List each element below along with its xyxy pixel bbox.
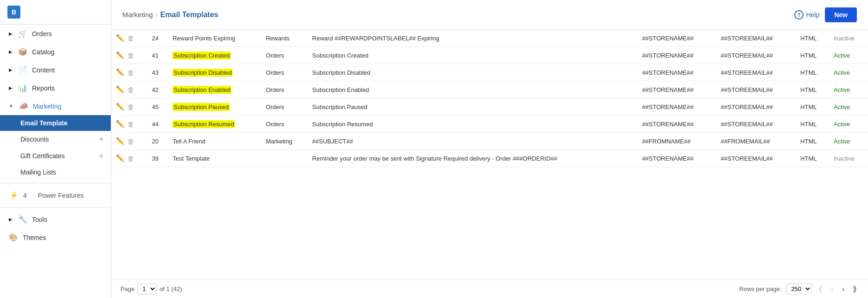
row-category: Orders bbox=[261, 116, 308, 133]
row-from-name: ##FROMNAME## bbox=[637, 133, 716, 150]
row-id: 20 bbox=[147, 133, 168, 150]
email-templates-table: ✏️ 🗑 24 Reward Points Expiring Rewards R… bbox=[111, 30, 868, 167]
sidebar-item-reports[interactable]: ▶ 📊 Reports bbox=[0, 79, 111, 97]
expand-icon: ▶ bbox=[9, 85, 13, 91]
delete-icon[interactable]: 🗑 bbox=[127, 52, 134, 59]
row-category: Marketing bbox=[261, 133, 308, 150]
row-name[interactable]: Subscription Disabled bbox=[168, 64, 261, 81]
delete-icon[interactable]: 🗑 bbox=[127, 137, 134, 145]
row-category: Orders bbox=[261, 64, 308, 81]
expand-icon: ▶ bbox=[9, 67, 13, 72]
row-name[interactable]: Subscription Enabled bbox=[168, 81, 261, 98]
prev-page-button[interactable]: ‹ bbox=[829, 284, 835, 294]
edit-icon[interactable]: ✏️ bbox=[116, 51, 125, 59]
table-row: ✏️ 🗑 44 Subscription Resumed Orders Subs… bbox=[111, 116, 868, 133]
breadcrumb-parent[interactable]: Marketing bbox=[122, 11, 153, 19]
row-status: Active bbox=[829, 98, 868, 116]
help-icon: ? bbox=[794, 10, 804, 19]
row-category: Rewards bbox=[261, 30, 308, 47]
delete-icon[interactable]: 🗑 bbox=[127, 103, 134, 111]
row-name[interactable]: Subscription Created bbox=[168, 47, 261, 64]
table-row: ✏️ 🗑 39 Test Template Reminder your orde… bbox=[111, 150, 868, 167]
edit-icon[interactable]: ✏️ bbox=[116, 103, 125, 111]
header: Marketing › Email Templates ? Help New bbox=[111, 0, 868, 30]
sidebar-item-discounts-label: Discounts bbox=[20, 136, 49, 143]
sidebar-item-discounts[interactable]: Discounts + bbox=[0, 131, 111, 148]
sidebar-item-mailing-lists[interactable]: Mailing Lists bbox=[0, 164, 111, 180]
edit-icon[interactable]: ✏️ bbox=[116, 85, 125, 94]
sidebar-item-content-label: Content bbox=[32, 66, 55, 74]
edit-icon[interactable]: ✏️ bbox=[116, 68, 125, 77]
row-category: Orders bbox=[261, 81, 308, 98]
row-id: 45 bbox=[147, 98, 168, 116]
next-page-button[interactable]: › bbox=[840, 284, 846, 294]
row-subject: Reward ##REWARDPOINTSLABEL## Expiring bbox=[308, 30, 638, 47]
row-from-name: ##STORENAME## bbox=[637, 150, 716, 167]
row-from-name: ##STORENAME## bbox=[637, 98, 716, 116]
row-actions: ✏️ 🗑 bbox=[111, 81, 147, 98]
sidebar-item-reports-label: Reports bbox=[32, 84, 55, 92]
page-of-label: of 1 (42) bbox=[159, 285, 182, 292]
help-button[interactable]: ? Help bbox=[794, 10, 819, 19]
edit-icon[interactable]: ✏️ bbox=[116, 137, 125, 145]
sidebar-item-email-template-label: Email Template bbox=[20, 119, 68, 127]
row-from-name: ##STORENAME## bbox=[637, 64, 716, 81]
edit-icon[interactable]: ✏️ bbox=[116, 154, 125, 162]
row-status: Inactive bbox=[829, 30, 868, 47]
delete-icon[interactable]: 🗑 bbox=[127, 155, 134, 162]
first-page-button[interactable]: ⟪ bbox=[817, 284, 824, 294]
sidebar-item-catalog[interactable]: ▶ 📦 Catalog bbox=[0, 43, 111, 61]
sidebar-item-marketing[interactable]: ▼ 📣 Marketing bbox=[0, 97, 111, 115]
row-subject: Subscription Resumed bbox=[308, 116, 638, 133]
row-name[interactable]: Tell A Friend bbox=[168, 133, 261, 150]
row-format: HTML bbox=[796, 81, 829, 98]
delete-icon[interactable]: 🗑 bbox=[127, 120, 134, 128]
delete-icon[interactable]: 🗑 bbox=[127, 34, 134, 42]
page-select[interactable]: 1 bbox=[137, 284, 157, 294]
edit-icon[interactable]: ✏️ bbox=[116, 120, 125, 128]
row-from-email: ##STOREEMAIL## bbox=[716, 30, 796, 47]
breadcrumb-current: Email Templates bbox=[160, 11, 218, 19]
edit-icon[interactable]: ✏️ bbox=[116, 34, 125, 42]
new-button[interactable]: New bbox=[825, 7, 857, 22]
row-name[interactable]: Test Template bbox=[168, 150, 261, 167]
row-from-name: ##STORENAME## bbox=[637, 116, 716, 133]
sidebar-item-orders[interactable]: ▶ 🛒 Orders bbox=[0, 25, 111, 43]
row-from-email: ##FROMEMAIL## bbox=[716, 133, 796, 150]
table-row: ✏️ 🗑 41 Subscription Created Orders Subs… bbox=[111, 47, 868, 64]
row-format: HTML bbox=[796, 98, 829, 116]
sidebar-item-email-template[interactable]: Email Template bbox=[0, 115, 111, 131]
table-row: ✏️ 🗑 42 Subscription Enabled Orders Subs… bbox=[111, 81, 868, 98]
row-id: 41 bbox=[147, 47, 168, 64]
sidebar-power-label: Power Features bbox=[38, 192, 84, 199]
row-from-email: ##STOREEMAIL## bbox=[716, 116, 796, 133]
delete-icon[interactable]: 🗑 bbox=[127, 69, 134, 77]
plus-icon[interactable]: + bbox=[99, 152, 103, 160]
row-name[interactable]: Reward Points Expiring bbox=[168, 30, 261, 47]
row-name[interactable]: Subscription Resumed bbox=[168, 116, 261, 133]
sidebar-item-tools[interactable]: ▶ 🔧 Tools bbox=[0, 210, 111, 228]
delete-icon[interactable]: 🗑 bbox=[127, 86, 134, 94]
sidebar-item-power-features[interactable]: ⚡ 4 Power Features bbox=[0, 186, 111, 204]
sidebar-item-themes[interactable]: 🎨 Themes bbox=[0, 228, 111, 246]
row-format: HTML bbox=[796, 30, 829, 47]
plus-icon[interactable]: + bbox=[99, 135, 103, 143]
row-from-email: ##STOREEMAIL## bbox=[716, 47, 796, 64]
rows-per-page-label: Rows per page: bbox=[739, 285, 781, 292]
row-id: 24 bbox=[147, 30, 168, 47]
row-format: HTML bbox=[796, 133, 829, 150]
row-status: Active bbox=[829, 133, 868, 150]
row-name[interactable]: Subscription Paused bbox=[168, 98, 261, 116]
row-status: Active bbox=[829, 116, 868, 133]
breadcrumb-separator: › bbox=[156, 12, 158, 18]
last-page-button[interactable]: ⟫ bbox=[851, 284, 859, 294]
sidebar-item-gift-certificates[interactable]: Gift Certificates + bbox=[0, 148, 111, 164]
row-actions: ✏️ 🗑 bbox=[111, 133, 147, 150]
row-format: HTML bbox=[796, 116, 829, 133]
page-label: Page bbox=[120, 285, 134, 292]
rows-per-page-select[interactable]: 250 bbox=[786, 284, 812, 294]
sidebar-divider-2 bbox=[0, 207, 111, 207]
sidebar-item-content[interactable]: ▶ 📄 Content bbox=[0, 61, 111, 79]
row-from-email: ##STOREEMAIL## bbox=[716, 150, 796, 167]
row-status: Active bbox=[829, 47, 868, 64]
